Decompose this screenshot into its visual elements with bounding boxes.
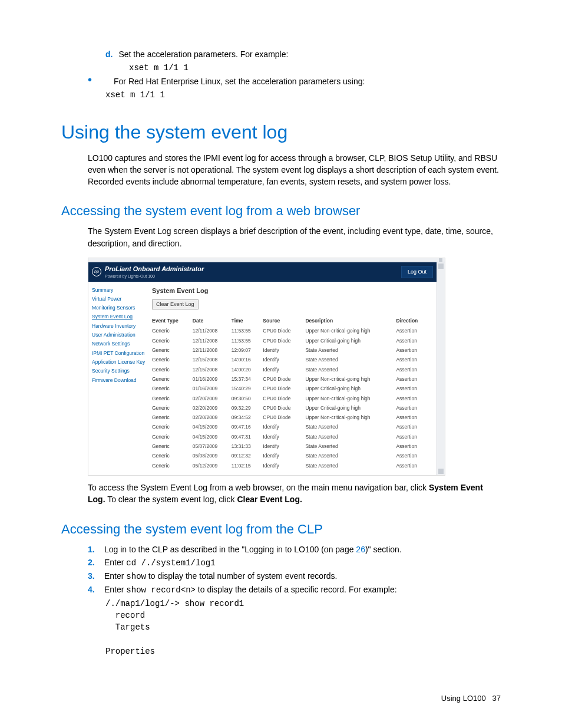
nav-item[interactable]: Hardware Inventory <box>92 321 146 330</box>
screenshot-subtitle: Powered by Lights-Out 100 <box>105 274 204 279</box>
table-row: Generic01/16/200915:40:29CPU0 DiodeUpper… <box>152 384 431 393</box>
paragraph-web: The System Event Log screen displays a b… <box>88 225 501 249</box>
table-row: Generic12/15/200814:00:16IdentifyState A… <box>152 355 431 364</box>
screenshot-window-chrome <box>88 258 445 262</box>
screenshot-brand: ProLiant Onboard Administrator <box>105 265 204 274</box>
nav-item[interactable]: Firmware Download <box>92 375 146 384</box>
clear-event-log-button[interactable]: Clear Event Log <box>152 299 199 309</box>
logout-button[interactable]: Log Out <box>401 266 433 278</box>
table-row: Generic12/11/200811:53:55CPU0 DiodeUpper… <box>152 336 431 345</box>
nav-item[interactable]: User Administration <box>92 331 146 340</box>
screenshot-nav: SummaryVirtual PowerMonitoring SensorsSy… <box>88 282 146 475</box>
screenshot-event-log: hp ProLiant Onboard Administrator Powere… <box>88 258 445 476</box>
table-row: Generic12/15/200814:00:20IdentifyState A… <box>152 365 431 374</box>
table-header: Source <box>263 315 305 326</box>
code-block-record: /./map1/log1/-> show record1 record Targ… <box>105 598 501 657</box>
table-row: Generic02/20/200909:32:29CPU0 DiodeUpper… <box>152 403 431 413</box>
screenshot-header: hp ProLiant Onboard Administrator Powere… <box>88 262 437 282</box>
substep-text: Set the acceleration parameters. For exa… <box>118 48 501 60</box>
step-1: 1.Log in to the CLP as described in the … <box>88 543 501 555</box>
nav-item[interactable]: Summary <box>92 285 146 294</box>
nav-item[interactable]: Network Settings <box>92 340 146 348</box>
table-header: Date <box>193 315 232 326</box>
nav-item[interactable]: IPMI PET Configuration <box>92 348 146 357</box>
table-row: Generic04/15/200909:47:31IdentifyState A… <box>152 432 431 442</box>
table-row: Generic04/15/200909:47:16IdentifyState A… <box>152 422 431 431</box>
nav-item[interactable]: Monitoring Sensors <box>92 304 146 312</box>
hp-logo-icon: hp <box>92 267 101 276</box>
code-xset-2: xset m 1/1 1 <box>105 90 165 100</box>
table-header: Event Type <box>152 315 193 326</box>
nav-item[interactable]: Application License Key <box>92 358 146 367</box>
table-row: Generic02/20/200909:30:50CPU0 DiodeUpper… <box>152 394 431 403</box>
substep-label: d. <box>105 48 113 60</box>
table-row: Generic05/08/200909:12:32IdentifyState A… <box>152 451 431 460</box>
table-header: Description <box>305 315 396 326</box>
step-2: 2.Enter cd /./system1/log1 <box>88 556 501 569</box>
code-xset-1: xset m 1/1 1 <box>129 63 189 73</box>
page-footer: Using LO100 37 <box>441 693 501 704</box>
event-log-table: Event TypeDateTimeSourceDescriptionDirec… <box>152 315 431 470</box>
table-row: Generic05/12/200911:02:15IdentifyState A… <box>152 461 431 470</box>
table-header: Time <box>232 315 263 326</box>
nav-item[interactable]: Virtual Power <box>92 294 146 303</box>
paragraph-instructions: To access the System Event Log from a we… <box>88 482 501 506</box>
table-row: Generic01/16/200915:37:34CPU0 DiodeUpper… <box>152 374 431 384</box>
table-row: Generic02/20/200909:34:52CPU0 DiodeUpper… <box>152 413 431 422</box>
step-4: 4.Enter show record<n> to display the de… <box>88 584 501 596</box>
heading-2a: Accessing the system event log from a we… <box>61 202 501 220</box>
table-header: Direction <box>396 315 431 326</box>
nav-item[interactable]: Security Settings <box>92 367 146 375</box>
table-row: Generic12/11/200812:09:07IdentifyState A… <box>152 345 431 355</box>
page-link-26[interactable]: 26 <box>356 545 365 554</box>
heading-2b: Accessing the system event log from the … <box>61 520 501 539</box>
table-row: Generic12/11/200811:53:55CPU0 DiodeUpper… <box>152 326 431 335</box>
bullet-icon: • <box>88 75 105 84</box>
bullet-rhel: • For Red Hat Enterprise Linux, set the … <box>88 75 501 87</box>
step-3: 3.Enter show to display the total number… <box>88 570 501 582</box>
paragraph-intro: LO100 captures and stores the IPMI event… <box>88 152 501 188</box>
substep-d: d. Set the acceleration parameters. For … <box>105 48 501 60</box>
heading-1: Using the system event log <box>61 118 501 146</box>
table-row: Generic05/07/200913:31:33IdentifyState A… <box>152 442 431 451</box>
scrollbar[interactable] <box>437 262 445 475</box>
bullet-text: For Red Hat Enterprise Linux, set the ac… <box>114 75 501 87</box>
nav-item[interactable]: System Event Log <box>92 312 146 321</box>
screenshot-panel-title: System Event Log <box>152 286 431 296</box>
